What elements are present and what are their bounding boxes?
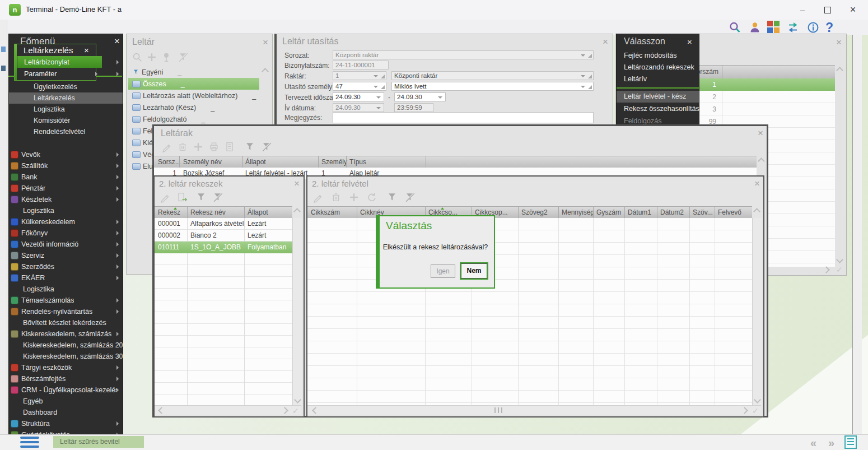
column-header[interactable]: Rekesz [158, 208, 180, 216]
search-icon[interactable] [131, 51, 143, 63]
column-header[interactable]: Állapot [248, 208, 268, 216]
idoszak-to-picker[interactable]: 24.09.30 [394, 92, 446, 101]
filter-item-lezarhato[interactable]: Lezárható (Kész)_ [128, 101, 259, 113]
menu-item-komissioter[interactable]: Komissiótér [9, 115, 123, 126]
scroll-right-icon[interactable] [741, 407, 748, 414]
scroll-up-icon[interactable] [836, 67, 843, 74]
menu-item-vezetoi-informacio[interactable]: Vezetői információ [9, 239, 123, 250]
close-icon[interactable]: × [263, 39, 268, 47]
menu-item-rendeles-nyilvantartas[interactable]: Rendelés-nyilvántartás [9, 306, 123, 317]
help-icon[interactable]: ? [825, 21, 839, 34]
menu-item-targyi-eszkozok[interactable]: Tárgyi eszközök [9, 362, 123, 373]
menu-item-vevok[interactable]: Vevők [9, 149, 123, 160]
tree-icon[interactable] [160, 51, 172, 63]
menu-item-kiskereskedelem-30[interactable]: Kiskereskedelem, számlázás 30 [9, 351, 123, 362]
szemely-code-combo[interactable]: 47 [333, 82, 386, 91]
column-header[interactable]: Sorsz... [158, 158, 181, 166]
clear-filter-icon[interactable] [404, 191, 416, 203]
close-icon[interactable]: × [758, 129, 763, 137]
filter-icon[interactable] [195, 191, 207, 203]
scroll-left-icon[interactable] [312, 407, 319, 414]
confirm-icon[interactable]: ✓ [292, 406, 299, 415]
scroll-up-icon[interactable] [753, 208, 760, 215]
report-icon[interactable] [223, 141, 236, 153]
menu-item-temaelszamolas[interactable]: Témaelszámolás [9, 295, 123, 306]
close-icon[interactable]: × [836, 39, 842, 47]
clear-filter-icon[interactable] [260, 141, 273, 153]
filter-item-osszes[interactable]: Összes_ [128, 78, 259, 90]
menu-item-leltarozando-rekeszek[interactable]: Leltározandó rekeszek [617, 62, 699, 73]
menu-item-szallitok[interactable]: Szállítók [9, 160, 123, 171]
filter-icon[interactable] [386, 191, 398, 203]
menu-item-struktura[interactable]: Struktúra [9, 418, 123, 429]
menu-item-fejlec-modositas[interactable]: Fejléc módosítás [617, 50, 699, 62]
menu-item-bank[interactable]: Bank [9, 171, 123, 183]
edit-icon[interactable] [161, 141, 173, 153]
scroll-up-icon[interactable] [293, 208, 301, 215]
menu-item-kiskereskedelem[interactable]: Kiskereskedelem, számlázás [9, 328, 123, 340]
menu-item-leltar-felvetel-kesz[interactable]: Leltár felvétel - kész [617, 91, 699, 103]
menu-item-ugyletkezeles[interactable]: Ügyletkezelés [9, 81, 123, 92]
filter-item-leltarozas-alatt[interactable]: Leltározás alatt (Webleltárhoz)_ [128, 90, 259, 101]
raktar-name-combo[interactable]: Központi raktár [391, 71, 594, 80]
column-header[interactable]: Személy név [183, 158, 222, 166]
menu-item-rekesz-osszehasonlitas[interactable]: Rekesz összehasonlítás [617, 103, 699, 115]
add-icon[interactable] [146, 51, 158, 63]
column-header[interactable]: Típus [349, 158, 366, 166]
column-header[interactable]: Dátum2 [660, 208, 684, 216]
log-document-icon[interactable] [844, 435, 857, 449]
clear-filter-icon[interactable] [212, 191, 224, 203]
edit-icon[interactable] [312, 191, 324, 203]
delete-icon[interactable] [176, 141, 189, 153]
menu-item-szerviz[interactable]: Szerviz [9, 250, 123, 261]
menu-item-egyeb[interactable]: Egyéb [9, 396, 123, 407]
maximize-button[interactable] [819, 3, 836, 17]
add-icon[interactable] [348, 191, 360, 203]
menu-item-logisztika-3[interactable]: Logisztika [9, 284, 123, 295]
edit-icon[interactable] [159, 191, 171, 203]
menu-item-keszletek[interactable]: Készletek [9, 194, 123, 205]
menu-item-szerzodes[interactable]: Szerződés [9, 261, 123, 272]
scroll-left-icon[interactable] [158, 407, 165, 414]
close-icon[interactable]: × [603, 38, 608, 46]
apps-grid-icon[interactable] [767, 21, 781, 34]
column-header[interactable]: Rekesz név [190, 208, 226, 216]
table-row[interactable]: 000001 Alfaparkos átvétel Lezárt [155, 218, 292, 230]
column-header[interactable]: Szöveg2 [521, 208, 548, 216]
close-button[interactable]: × [844, 3, 861, 17]
table-row-selected[interactable]: 010111 1S_1O_A_JOBB Folyamatban [155, 242, 292, 253]
page-back-icon[interactable]: « [810, 437, 816, 449]
table-row[interactable]: 000002 Bianco 2 Lezárt [155, 230, 292, 242]
scroll-right-icon[interactable] [281, 407, 288, 414]
sorozat-combo[interactable]: Központi raktár [333, 50, 594, 59]
scrollbar-grip[interactable] [494, 407, 502, 413]
menu-item-leltariv[interactable]: Leltárív [617, 73, 699, 85]
page-forward-icon[interactable]: » [828, 437, 834, 449]
column-header[interactable]: Felvevő [718, 208, 741, 216]
no-button[interactable]: Nem [461, 263, 487, 279]
filter-item-feldolgozhato[interactable]: Feldolgozható_ [128, 113, 259, 125]
bizonylatszam-field[interactable]: 24-11-000001 [333, 61, 389, 69]
submenu-item-leltarbizonylat[interactable]: Leltárbizonylat [17, 56, 102, 68]
menu-item-ekaer[interactable]: EKÁER [9, 272, 123, 284]
filter-icon[interactable] [244, 141, 256, 153]
column-header[interactable]: Mennyiség [562, 208, 594, 216]
search-icon[interactable] [728, 21, 741, 34]
column-header[interactable]: Szöv... [693, 208, 713, 216]
delete-icon[interactable] [330, 191, 342, 203]
minimize-button[interactable]: – [794, 3, 811, 17]
menu-item-logisztika-2[interactable]: Logisztika [9, 205, 123, 216]
hamburger-menu-icon[interactable] [20, 437, 39, 448]
menu-item-leltarkezeles[interactable]: Leltárkezelés [9, 92, 123, 104]
scroll-up-icon[interactable] [262, 68, 269, 75]
open-document-icon[interactable] [176, 191, 188, 203]
close-icon[interactable]: × [687, 37, 692, 47]
vertical-scrollbar[interactable] [752, 218, 762, 405]
vertical-scrollbar[interactable] [292, 218, 302, 405]
column-header[interactable]: Dátum1 [628, 208, 651, 216]
horizontal-scrollbar[interactable]: ✓ [155, 405, 301, 415]
column-header[interactable]: Gyszám [596, 208, 621, 216]
szemely-name-combo[interactable]: Miklós Ivett [391, 82, 594, 91]
menu-item-dashboard[interactable]: Dashboard [9, 407, 123, 418]
menu-item-kulkereskedelem[interactable]: Külkereskedelem [9, 216, 123, 228]
